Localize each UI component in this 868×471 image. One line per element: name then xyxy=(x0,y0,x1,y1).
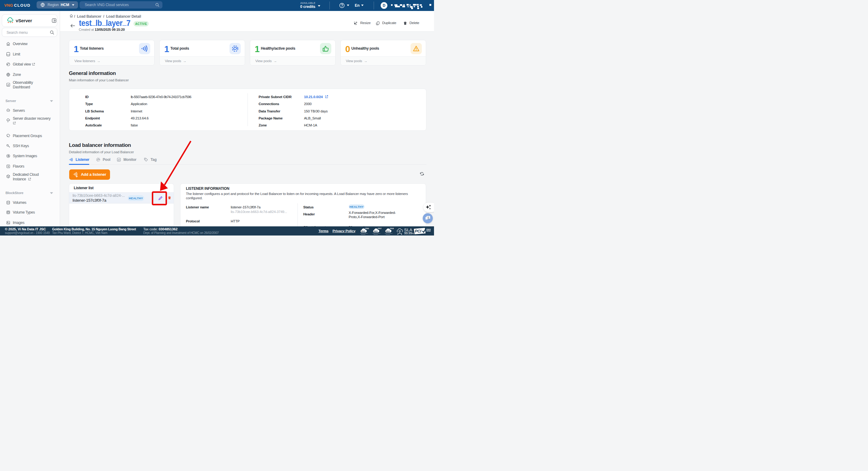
svg-text:ISO: ISO xyxy=(374,230,378,232)
svg-text:COMPLIANT: COMPLIANT xyxy=(426,231,431,232)
svg-text:Standardization: Standardization xyxy=(386,234,391,234)
svg-text:ISO: ISO xyxy=(386,230,390,232)
svg-text:27001: 27001 xyxy=(365,228,369,229)
svg-text:International Organization for: International Organization for xyxy=(385,233,393,234)
svg-text:Standardization: Standardization xyxy=(361,234,366,234)
svg-text:International Organization for: International Organization for xyxy=(372,233,380,234)
svg-text:ISO: ISO xyxy=(362,230,365,232)
svg-text:27018: 27018 xyxy=(390,228,394,229)
svg-text:International Organization for: International Organization for xyxy=(360,233,368,234)
svg-text:A: A xyxy=(428,218,429,221)
svg-text:27017: 27017 xyxy=(378,228,381,229)
svg-text:PCI: PCI xyxy=(415,229,422,233)
svg-text:Standardization: Standardization xyxy=(374,234,378,234)
